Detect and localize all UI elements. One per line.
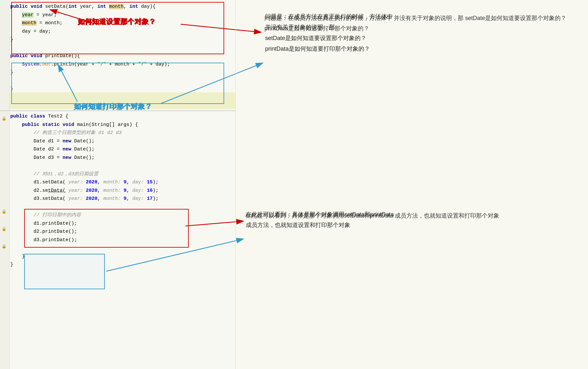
class2-set1: d1.setData( year: 2020, month: 9, day: 1… [10,178,158,187]
gutter: 🔒 🔒 🔒 🔒 [0,0,10,369]
class2-d2: Date d2 = new Date(); [10,145,158,154]
blue-annotation-label: 如何知道打印那个对象？ [74,102,152,112]
class2-close1: } [10,252,158,261]
class2-comment3: // 打印日期中的内容 [10,211,158,220]
code-line-7: public void printDate(){ [10,52,170,60]
code-display: public void setData(int year, int month,… [10,3,170,93]
class2-blank2 [10,203,158,211]
code-line-6 [10,44,170,52]
code-line-blank1 [10,77,170,85]
class2-line-1: public class Test2 { [10,112,158,121]
description-2: 在此处可以看到：具体是那个对象调用setData和printData 成员方法，… [246,209,394,231]
class2-set3: d3.setData( year: 2020, month: 9, day: 1… [10,195,158,203]
code-line-close-class: } [10,85,170,93]
class2-d1: Date d1 = new Date(); [10,137,158,146]
class2-close2: } [10,261,158,269]
gutter-lock-icon: 🔒 [2,116,6,121]
class2-comment2: // 对d1，d2，d3的日期设置 [10,170,158,179]
gutter-lock-icon2: 🔒 [2,209,6,214]
class2-print3: d3.printDate(); [10,236,158,244]
class2-print1: d1.printDate(); [10,220,158,228]
gutter-lock-icon3: 🔒 [2,227,6,231]
code-line-9: } [10,68,170,77]
class2-blank1 [10,162,158,170]
class2-line-2: public static void main(String[] args) { [10,121,158,129]
code-line-8: System.out.println(year + "/" + month + … [10,60,170,69]
description-1: 问题是：在成员方法在真正执行的时候，方法体中 并没有关于对象的说明，那 setD… [265,11,393,54]
gutter-lock-icon4: 🔒 [2,244,6,249]
code-line-1: public void setData(int year, int month,… [10,3,170,11]
code-line-5: } [10,36,170,44]
main-container: 🔒 🔒 🔒 🔒 public void setData(int year, in… [0,0,588,369]
class2-print2: d2.printDate(); [10,228,158,236]
class2-blank3 [10,244,158,252]
red-annotation-label: 如何知道设置那个对象？ [78,17,156,27]
code-line-4: day = day; [10,27,170,36]
class2-set2: d2.setData( year: 2020, month: 9, day: 1… [10,187,158,195]
class2-comment1: // 构造三个日期类型的对象 d1 d2 d3 [10,129,158,137]
class2-d3: Date d3 = new Date(); [10,154,158,162]
vertical-divider [235,0,236,369]
class2-code: public class Test2 { public static void … [10,112,158,269]
